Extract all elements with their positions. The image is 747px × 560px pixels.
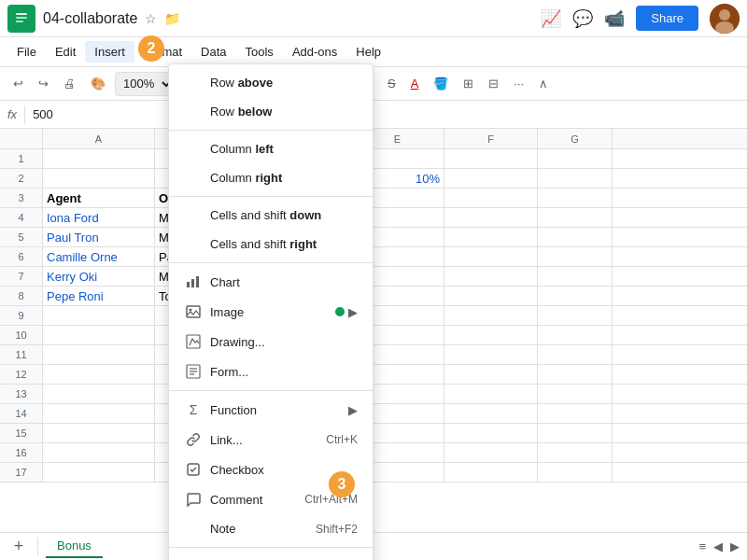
menu-tools[interactable]: Tools: [236, 41, 283, 63]
scroll-right-icon[interactable]: ▶: [730, 539, 740, 553]
formula-input[interactable]: 500: [33, 107, 740, 121]
table-row: 3 Agent Of bonus: [0, 189, 747, 208]
cell-a9[interactable]: [43, 306, 155, 325]
sheets-list-icon[interactable]: ≡: [698, 539, 706, 553]
cell-a3[interactable]: Agent: [43, 189, 155, 207]
strikethrough-button[interactable]: S: [382, 74, 402, 93]
table-row: 5 Paul Tron M 100: [0, 228, 747, 247]
menu-item-image[interactable]: Image ▶: [169, 297, 373, 327]
menu-item-function[interactable]: Σ Function ▶: [169, 395, 373, 425]
menu-item-chart[interactable]: Chart: [169, 267, 373, 297]
menu-item-drawing[interactable]: Drawing...: [169, 327, 373, 357]
cell-f4[interactable]: [444, 208, 538, 227]
svg-rect-7: [187, 282, 190, 287]
collapse-button[interactable]: ∧: [533, 74, 554, 93]
svg-rect-9: [196, 276, 199, 287]
menu-item-function-label: Function: [210, 403, 345, 417]
cell-f5[interactable]: [444, 228, 538, 246]
star-icon[interactable]: ☆: [145, 11, 157, 26]
cell-g5[interactable]: [538, 228, 613, 246]
menu-divider-1: [169, 130, 373, 131]
menu-item-form[interactable]: Form...: [169, 357, 373, 386]
image-arrow-icon: ▶: [348, 305, 358, 319]
cell-f7[interactable]: [444, 267, 538, 286]
drawing-menu-icon: [184, 334, 203, 349]
menu-item-drawing-label: Drawing...: [210, 335, 358, 349]
cell-a7[interactable]: Kerry Oki: [43, 267, 155, 286]
undo-button[interactable]: ↩: [7, 74, 29, 93]
scroll-left-icon[interactable]: ◀: [713, 539, 723, 553]
borders-button[interactable]: ⊞: [458, 74, 479, 93]
menu-edit[interactable]: Edit: [46, 41, 85, 63]
top-right-actions: 📈 💬 📹 Share: [541, 4, 740, 34]
svg-rect-8: [191, 279, 194, 287]
menu-item-link[interactable]: Link... Ctrl+K: [169, 425, 373, 455]
fill-color-button[interactable]: 🪣: [428, 74, 454, 93]
add-sheet-button[interactable]: +: [7, 536, 30, 558]
cell-a4[interactable]: Iona Ford: [43, 208, 155, 227]
table-row: 8 Pepe Roni To 200: [0, 287, 747, 306]
table-row: 10: [0, 326, 747, 345]
menu-item-row-above[interactable]: Row above: [169, 68, 373, 97]
chart-icon[interactable]: 📈: [541, 8, 561, 29]
cell-f9[interactable]: [444, 306, 538, 325]
menu-item-cells-shift-down[interactable]: Cells and shift down: [169, 201, 373, 230]
menu-item-row-below[interactable]: Row below: [169, 97, 373, 126]
cell-g6[interactable]: [538, 247, 613, 266]
merge-button[interactable]: ⊟: [483, 74, 504, 93]
menu-insert[interactable]: Insert: [85, 41, 134, 63]
cell-f1[interactable]: [444, 149, 538, 168]
cell-f6[interactable]: [444, 247, 538, 266]
cell-g9[interactable]: [538, 306, 613, 325]
cell-g3[interactable]: [538, 189, 613, 207]
table-row: 17: [0, 463, 747, 483]
cell-f3[interactable]: [444, 189, 538, 207]
bottom-divider: [37, 538, 38, 556]
sheet-tab-bonus[interactable]: Bonus: [46, 535, 103, 558]
more-button[interactable]: ···: [508, 74, 529, 93]
folder-icon[interactable]: 📁: [164, 11, 180, 26]
menu-item-col-right[interactable]: Column right: [169, 163, 373, 192]
col-headers: A B C D E F G: [0, 129, 747, 149]
zoom-select[interactable]: 100%: [115, 72, 175, 96]
font-color-button[interactable]: A: [405, 74, 425, 93]
menu-item-image-label: Image: [210, 305, 328, 319]
print-button[interactable]: 🖨: [58, 74, 81, 93]
cell-a1[interactable]: [43, 149, 155, 168]
user-avatar[interactable]: [710, 4, 740, 34]
paint-format-button[interactable]: 🎨: [85, 74, 111, 93]
cell-g2[interactable]: [538, 169, 613, 188]
cell-a5[interactable]: Paul Tron: [43, 228, 155, 246]
menu-divider-2: [169, 196, 373, 197]
cell-a8[interactable]: Pepe Roni: [43, 287, 155, 305]
table-row: 15: [0, 424, 747, 443]
menu-addons[interactable]: Add-ons: [283, 41, 346, 63]
doc-actions: ☆ 📁: [145, 11, 180, 26]
menu-item-cells-shift-right[interactable]: Cells and shift right: [169, 230, 373, 259]
svg-point-11: [190, 309, 192, 312]
table-row: 14: [0, 404, 747, 424]
cell-a6[interactable]: Camille Orne: [43, 247, 155, 266]
menu-file[interactable]: File: [7, 41, 46, 63]
share-button[interactable]: Share: [636, 6, 698, 31]
table-row: 13: [0, 385, 747, 404]
menu-data[interactable]: Data: [191, 41, 235, 63]
redo-button[interactable]: ↪: [33, 74, 54, 93]
menu-help[interactable]: Help: [346, 41, 390, 63]
comment-icon[interactable]: 💬: [572, 8, 593, 29]
meeting-icon[interactable]: 📹: [604, 8, 625, 29]
menu-item-note[interactable]: Note Shift+F2: [169, 514, 373, 543]
cell-g7[interactable]: [538, 267, 613, 286]
cell-f8[interactable]: [444, 287, 538, 305]
svg-rect-3: [16, 21, 23, 22]
row-num-9: 9: [0, 306, 43, 325]
cell-a2[interactable]: [43, 169, 155, 188]
menu-item-col-left[interactable]: Column left: [169, 134, 373, 163]
cell-g8[interactable]: [538, 287, 613, 305]
cell-g4[interactable]: [538, 208, 613, 227]
link-menu-icon: [184, 432, 203, 447]
cell-g1[interactable]: [538, 149, 613, 168]
cell-f2[interactable]: [444, 169, 538, 188]
menu-item-new-sheet[interactable]: New sheet Shift+F11: [169, 552, 373, 560]
chart-menu-icon: [184, 274, 203, 289]
